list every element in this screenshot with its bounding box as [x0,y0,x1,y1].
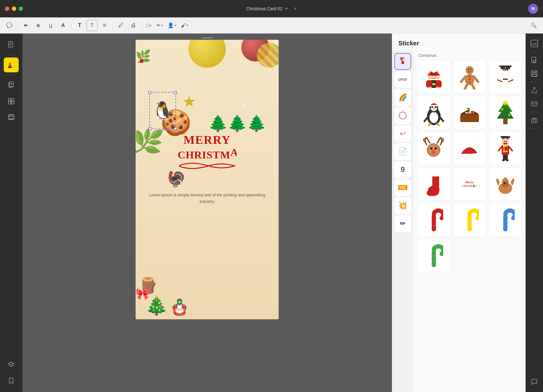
add-tab-button[interactable]: + [294,6,297,12]
pen-button[interactable]: ✒ [20,20,31,31]
camera-button[interactable] [528,114,541,126]
edit-title-icon[interactable]: ✏ [285,6,289,11]
chat-button[interactable] [528,376,541,388]
sidebar-bookmark-btn[interactable] [4,373,19,388]
svg-point-120 [533,119,536,122]
category-numbers[interactable]: 9 [394,161,411,178]
sidebar-pages-btn[interactable] [4,78,19,93]
sticker-christmas-tree[interactable] [489,96,522,129]
canvas-area[interactable]: 🌿 ● ★ 🍪 🌲🌲🌲 MERRY CHRISTMA [22,34,392,392]
sidebar-document-btn[interactable] [4,37,19,52]
category-paper[interactable]: 📄 [394,143,411,160]
title-bar: Christmas Card 02 ✏ + W [0,0,543,17]
comment-button[interactable]: 💬 [4,20,15,31]
mail-button[interactable] [528,98,541,110]
underline-button[interactable]: U [45,20,56,31]
resize-handle-br[interactable] [174,127,177,130]
sticker-pudding[interactable] [453,96,486,129]
sticker-grid-area: Christmas [413,51,526,392]
sticker-santa[interactable] [417,60,450,93]
svg-point-101 [506,141,507,142]
maximize-button[interactable] [19,7,23,11]
share-button[interactable] [528,84,541,96]
category-shapes[interactable] [394,107,411,124]
category-pencil[interactable]: ✏ [394,215,411,232]
toolbar-divider-4 [142,21,142,30]
sticker-panel-title: Sticker [392,34,526,51]
sticker-candy-cane-green[interactable] [417,239,450,272]
svg-line-35 [472,84,474,89]
svg-rect-91 [502,145,509,155]
category-arrows[interactable]: ↩ [394,125,411,142]
list-button[interactable]: ≡ [99,20,110,31]
category-updf[interactable]: UPDF [394,71,411,88]
sticker-reindeer[interactable] [417,132,450,165]
christmas-card-canvas: 🌿 ● ★ 🍪 🌲🌲🌲 MERRY CHRISTMA [136,40,279,319]
sidebar-highlight-btn[interactable] [4,57,19,72]
resize-handle-tr[interactable] [174,91,177,94]
toolbar-divider-2 [71,21,72,30]
stamp-button[interactable]: 🖊 [115,20,127,31]
svg-point-77 [504,112,506,114]
category-burst[interactable]: 💥 [394,197,411,214]
resize-handle-bl[interactable] [148,127,151,130]
sticker-candy-cane-red[interactable] [417,203,450,236]
ocr-button[interactable]: OCR [528,37,541,50]
sticker-candy-cane-blue[interactable] [489,203,522,236]
selected-sticker[interactable]: 🐧 [149,92,176,129]
svg-point-51 [504,79,506,80]
minimize-button[interactable] [12,7,16,11]
sticker-turkey[interactable] [489,167,522,201]
svg-point-26 [434,74,436,76]
text-insert-button[interactable]: T [74,20,85,31]
svg-point-85 [431,150,436,154]
sidebar-layers-btn[interactable] [4,357,19,372]
svg-rect-63 [430,105,438,106]
print-button[interactable]: 🖨 [128,20,139,31]
svg-point-83 [430,147,433,150]
svg-rect-98 [502,159,505,161]
svg-point-90 [502,138,509,146]
category-christmas[interactable] [394,53,411,70]
svg-rect-118 [531,102,537,106]
sticker-merry-christmas-text[interactable]: Merry Christm🎄s [453,167,486,201]
shape-dropdown[interactable]: □ ▾ [144,21,153,30]
svg-point-75 [501,108,503,110]
sidebar-organize-btn[interactable] [4,94,19,109]
person-dropdown[interactable]: 👤 ▾ [166,21,178,30]
edit-dropdown[interactable]: ✏ ▾ [155,21,165,30]
strikethrough-button[interactable]: S [33,20,44,31]
svg-rect-10 [12,98,14,101]
sticker-stocking[interactable] [417,167,450,201]
text-highlight-button[interactable]: A [58,20,69,31]
svg-point-79 [508,114,510,116]
sticker-candy-cane-yellow[interactable] [453,203,486,236]
resize-handle-tl[interactable] [148,91,151,94]
save-button[interactable] [528,67,541,80]
document-title: Christmas Card 02 [246,6,282,11]
svg-marker-16 [8,362,14,365]
brush-dropdown[interactable]: 🖌 ▾ [179,21,190,30]
svg-rect-104 [432,173,440,176]
svg-point-56 [429,112,438,123]
text-box-button[interactable]: T [86,20,98,31]
sticker-santa-hat[interactable] [453,132,486,165]
search-button[interactable]: 🔍 [528,20,539,31]
sticker-penguin[interactable] [417,96,450,129]
sticker-gingerbread[interactable] [453,60,486,93]
svg-point-39 [469,78,470,80]
import-button[interactable] [528,54,541,66]
svg-line-66 [429,124,431,125]
svg-point-69 [466,110,468,112]
svg-point-70 [471,111,473,113]
svg-rect-9 [8,98,11,101]
svg-point-87 [475,139,480,144]
close-button[interactable] [5,7,9,11]
sticker-nutcracker[interactable] [489,132,522,165]
category-emoji[interactable]: 🌈 [394,89,411,106]
svg-point-60 [434,106,436,108]
svg-point-24 [431,68,436,73]
category-labels[interactable]: YEL [394,179,411,196]
sidebar-stamp-btn[interactable] [4,110,19,125]
sticker-snowman[interactable] [489,60,522,93]
